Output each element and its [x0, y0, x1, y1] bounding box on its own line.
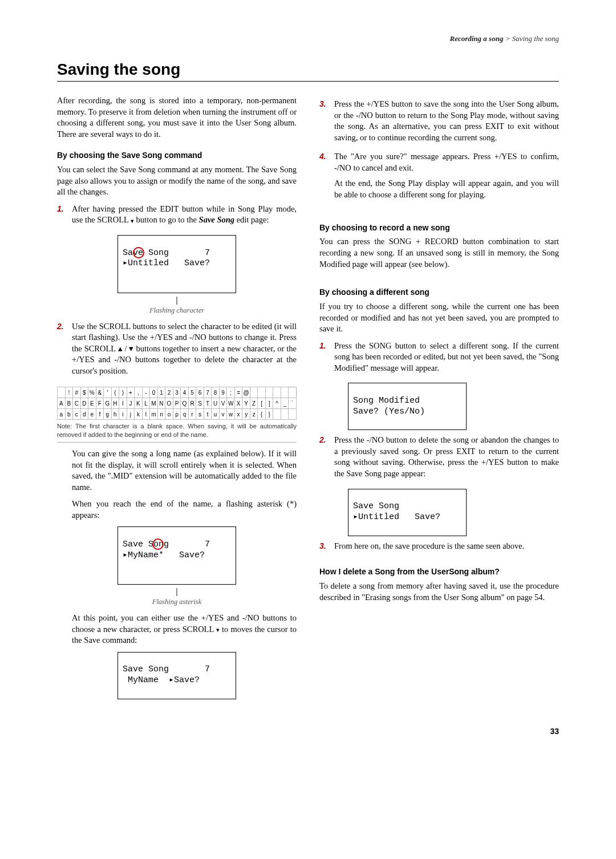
char-cell: 4 — [181, 387, 189, 398]
page-title: Saving the song — [57, 60, 559, 82]
step-number: 3. — [319, 541, 334, 557]
char-cell: ) — [119, 387, 127, 398]
char-cell: x — [234, 409, 242, 420]
char-cell: 2 — [165, 387, 173, 398]
record-new-text: You can press the SONG + RECORD button c… — [319, 236, 559, 270]
breadcrumb: Recording a song > Saving the song — [57, 34, 559, 43]
char-cell: } — [265, 409, 273, 420]
longname-text: You can give the song a long name (as ex… — [72, 448, 297, 493]
pointer-line — [176, 588, 177, 596]
char-cell: W — [227, 398, 235, 409]
char-cell: + — [127, 387, 135, 398]
char-cell: 6 — [196, 387, 204, 398]
step4b-text: At the end, the Song Play display will a… — [334, 178, 559, 200]
char-cell: @ — [242, 387, 250, 398]
after-asterisk-text: At this point, you can either use the +/… — [72, 613, 297, 646]
diff1-text: Press the SONG button to select a differ… — [334, 341, 559, 374]
char-cell — [289, 409, 297, 420]
char-cell: H — [111, 398, 119, 409]
step-number: 3. — [319, 99, 334, 148]
lcd2-caption: Flashing asterisk — [117, 597, 237, 607]
char-cell: M — [150, 398, 158, 409]
step3-text: Press the +/YES button to save the song … — [334, 99, 559, 143]
asterisk-text: When you reach the end of the name, a fl… — [72, 499, 297, 521]
char-cell: b — [65, 409, 73, 420]
delete-song-text: To delete a song from memory after havin… — [319, 581, 559, 603]
step2-text: Use the SCROLL buttons to select the cha… — [72, 321, 297, 377]
char-cell: 1 — [157, 387, 165, 398]
char-cell: n — [157, 409, 165, 420]
right-step-4: 4. The "Are you sure?" message appears. … — [319, 151, 559, 205]
char-cell: k — [135, 409, 143, 420]
char-cell: a — [58, 409, 66, 420]
char-cell: ] — [265, 398, 273, 409]
char-cell: X — [234, 398, 242, 409]
lcd-display-2: Save Song 7 ▸MyName* Save? — [117, 526, 236, 585]
char-cell: L — [142, 398, 150, 409]
char-cell: C — [73, 398, 81, 409]
char-cell — [281, 387, 289, 398]
breadcrumb-page: Saving the song — [512, 34, 559, 43]
diff-step-3: 3. From here on, the save procedure is t… — [319, 541, 559, 557]
char-cell: , — [135, 387, 143, 398]
char-cell: ` — [289, 398, 297, 409]
char-cell: R — [188, 398, 196, 409]
char-cell: r — [188, 409, 196, 420]
char-cell: Y — [242, 398, 250, 409]
breadcrumb-sep: > — [505, 34, 512, 43]
char-cell: { — [258, 409, 266, 420]
char-cell: g — [104, 409, 112, 420]
char-cell: j — [127, 409, 135, 420]
char-cell: u — [212, 409, 220, 420]
char-cell: t — [204, 409, 212, 420]
diff2-text: Press the -/NO button to delete the song… — [334, 435, 559, 479]
char-cell: q — [181, 409, 189, 420]
char-cell: G — [104, 398, 112, 409]
char-cell — [273, 387, 281, 398]
char-cell: 5 — [188, 387, 196, 398]
step-number: 2. — [57, 321, 72, 382]
step1-text: After having pressed the EDIT button whi… — [72, 204, 297, 226]
diff-song-text: If you try to choose a different song, w… — [319, 301, 559, 335]
lcd-display-1: Save Song 7 ▸Untitled Save? — [117, 235, 236, 293]
content-columns: After recording, the song is stored into… — [57, 95, 559, 704]
step-number: 1. — [319, 341, 334, 379]
document-page: Recording a song > Saving the song Savin… — [0, 0, 616, 759]
char-cell: % — [88, 387, 96, 398]
char-cell: V — [219, 398, 227, 409]
char-cell: - — [142, 387, 150, 398]
lcd-display-5: Save Song ▸Untitled Save? — [348, 489, 467, 536]
char-cell — [273, 409, 281, 420]
char-cell: D — [80, 398, 88, 409]
char-cell: f — [96, 409, 104, 420]
char-cell: B — [65, 398, 73, 409]
char-cell — [250, 387, 258, 398]
char-cell: y — [242, 409, 250, 420]
char-cell: P — [173, 398, 181, 409]
char-cell: ( — [111, 387, 119, 398]
char-cell: S — [196, 398, 204, 409]
diff3-text: From here on, the save procedure is the … — [334, 541, 559, 552]
page-number: 33 — [57, 727, 559, 736]
char-cell: ' — [104, 387, 112, 398]
step4a-text: The "Are you sure?" message appears. Pre… — [334, 151, 559, 173]
char-cell: ; — [227, 387, 235, 398]
char-cell: h — [111, 409, 119, 420]
char-cell: I — [119, 398, 127, 409]
char-cell: 8 — [212, 387, 220, 398]
char-cell: s — [196, 409, 204, 420]
char-cell: 7 — [204, 387, 212, 398]
lcd-display-4: Song Modified Save? (Yes/No) — [348, 383, 467, 430]
char-cell: d — [80, 409, 88, 420]
char-cell: 0 — [150, 387, 158, 398]
char-cell — [281, 409, 289, 420]
char-cell: _ — [281, 398, 289, 409]
left-step-2: 2. Use the SCROLL buttons to select the … — [57, 321, 297, 382]
char-cell: $ — [80, 387, 88, 398]
char-cell: e — [88, 409, 96, 420]
save-cmd-text: You can select the Save Song command at … — [57, 164, 297, 198]
step-number: 4. — [319, 151, 334, 205]
char-cell: Q — [181, 398, 189, 409]
char-cell: & — [96, 387, 104, 398]
char-cell: N — [157, 398, 165, 409]
